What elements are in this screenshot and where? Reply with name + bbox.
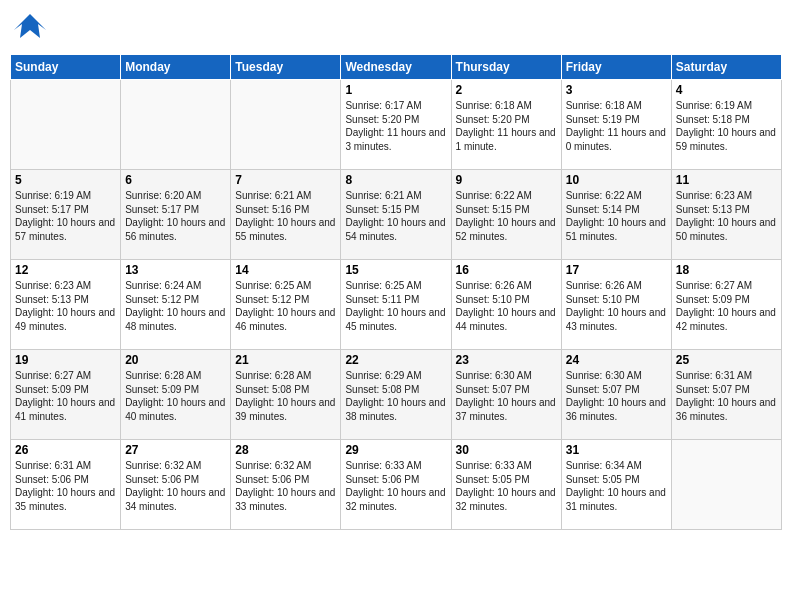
day-number: 17	[566, 263, 667, 277]
day-number: 20	[125, 353, 226, 367]
calendar-day-15: 15Sunrise: 6:25 AMSunset: 5:11 PMDayligh…	[341, 260, 451, 350]
calendar-day-11: 11Sunrise: 6:23 AMSunset: 5:13 PMDayligh…	[671, 170, 781, 260]
calendar-day-27: 27Sunrise: 6:32 AMSunset: 5:06 PMDayligh…	[121, 440, 231, 530]
day-number: 14	[235, 263, 336, 277]
day-number: 7	[235, 173, 336, 187]
day-number: 4	[676, 83, 777, 97]
calendar-week-row: 1Sunrise: 6:17 AMSunset: 5:20 PMDaylight…	[11, 80, 782, 170]
day-number: 25	[676, 353, 777, 367]
calendar-day-17: 17Sunrise: 6:26 AMSunset: 5:10 PMDayligh…	[561, 260, 671, 350]
calendar-day-16: 16Sunrise: 6:26 AMSunset: 5:10 PMDayligh…	[451, 260, 561, 350]
calendar-empty-cell	[231, 80, 341, 170]
calendar-header-row: SundayMondayTuesdayWednesdayThursdayFrid…	[11, 55, 782, 80]
day-info: Sunrise: 6:17 AMSunset: 5:20 PMDaylight:…	[345, 99, 446, 153]
calendar-day-19: 19Sunrise: 6:27 AMSunset: 5:09 PMDayligh…	[11, 350, 121, 440]
weekday-header-wednesday: Wednesday	[341, 55, 451, 80]
calendar-day-26: 26Sunrise: 6:31 AMSunset: 5:06 PMDayligh…	[11, 440, 121, 530]
day-number: 22	[345, 353, 446, 367]
day-number: 13	[125, 263, 226, 277]
calendar-day-8: 8Sunrise: 6:21 AMSunset: 5:15 PMDaylight…	[341, 170, 451, 260]
calendar-day-4: 4Sunrise: 6:19 AMSunset: 5:18 PMDaylight…	[671, 80, 781, 170]
calendar-week-row: 26Sunrise: 6:31 AMSunset: 5:06 PMDayligh…	[11, 440, 782, 530]
day-number: 24	[566, 353, 667, 367]
calendar-day-23: 23Sunrise: 6:30 AMSunset: 5:07 PMDayligh…	[451, 350, 561, 440]
weekday-header-monday: Monday	[121, 55, 231, 80]
day-info: Sunrise: 6:22 AMSunset: 5:14 PMDaylight:…	[566, 189, 667, 243]
weekday-header-sunday: Sunday	[11, 55, 121, 80]
calendar-day-14: 14Sunrise: 6:25 AMSunset: 5:12 PMDayligh…	[231, 260, 341, 350]
calendar-empty-cell	[11, 80, 121, 170]
day-info: Sunrise: 6:34 AMSunset: 5:05 PMDaylight:…	[566, 459, 667, 513]
calendar-day-20: 20Sunrise: 6:28 AMSunset: 5:09 PMDayligh…	[121, 350, 231, 440]
day-number: 9	[456, 173, 557, 187]
calendar-day-22: 22Sunrise: 6:29 AMSunset: 5:08 PMDayligh…	[341, 350, 451, 440]
page-header	[10, 10, 782, 46]
calendar-day-25: 25Sunrise: 6:31 AMSunset: 5:07 PMDayligh…	[671, 350, 781, 440]
calendar-day-31: 31Sunrise: 6:34 AMSunset: 5:05 PMDayligh…	[561, 440, 671, 530]
day-info: Sunrise: 6:31 AMSunset: 5:06 PMDaylight:…	[15, 459, 116, 513]
day-info: Sunrise: 6:18 AMSunset: 5:19 PMDaylight:…	[566, 99, 667, 153]
weekday-header-saturday: Saturday	[671, 55, 781, 80]
calendar-day-21: 21Sunrise: 6:28 AMSunset: 5:08 PMDayligh…	[231, 350, 341, 440]
day-info: Sunrise: 6:21 AMSunset: 5:15 PMDaylight:…	[345, 189, 446, 243]
day-number: 2	[456, 83, 557, 97]
calendar-day-13: 13Sunrise: 6:24 AMSunset: 5:12 PMDayligh…	[121, 260, 231, 350]
day-number: 6	[125, 173, 226, 187]
day-info: Sunrise: 6:22 AMSunset: 5:15 PMDaylight:…	[456, 189, 557, 243]
calendar-day-30: 30Sunrise: 6:33 AMSunset: 5:05 PMDayligh…	[451, 440, 561, 530]
calendar-day-29: 29Sunrise: 6:33 AMSunset: 5:06 PMDayligh…	[341, 440, 451, 530]
calendar-day-24: 24Sunrise: 6:30 AMSunset: 5:07 PMDayligh…	[561, 350, 671, 440]
day-info: Sunrise: 6:32 AMSunset: 5:06 PMDaylight:…	[125, 459, 226, 513]
day-info: Sunrise: 6:21 AMSunset: 5:16 PMDaylight:…	[235, 189, 336, 243]
day-number: 29	[345, 443, 446, 457]
day-number: 1	[345, 83, 446, 97]
calendar-empty-cell	[121, 80, 231, 170]
day-info: Sunrise: 6:32 AMSunset: 5:06 PMDaylight:…	[235, 459, 336, 513]
calendar-week-row: 12Sunrise: 6:23 AMSunset: 5:13 PMDayligh…	[11, 260, 782, 350]
calendar-day-12: 12Sunrise: 6:23 AMSunset: 5:13 PMDayligh…	[11, 260, 121, 350]
day-info: Sunrise: 6:23 AMSunset: 5:13 PMDaylight:…	[676, 189, 777, 243]
calendar-day-18: 18Sunrise: 6:27 AMSunset: 5:09 PMDayligh…	[671, 260, 781, 350]
calendar-day-2: 2Sunrise: 6:18 AMSunset: 5:20 PMDaylight…	[451, 80, 561, 170]
day-number: 10	[566, 173, 667, 187]
calendar-table: SundayMondayTuesdayWednesdayThursdayFrid…	[10, 54, 782, 530]
day-info: Sunrise: 6:26 AMSunset: 5:10 PMDaylight:…	[566, 279, 667, 333]
day-info: Sunrise: 6:24 AMSunset: 5:12 PMDaylight:…	[125, 279, 226, 333]
day-number: 18	[676, 263, 777, 277]
day-number: 16	[456, 263, 557, 277]
weekday-header-thursday: Thursday	[451, 55, 561, 80]
day-info: Sunrise: 6:31 AMSunset: 5:07 PMDaylight:…	[676, 369, 777, 423]
day-number: 8	[345, 173, 446, 187]
calendar-day-3: 3Sunrise: 6:18 AMSunset: 5:19 PMDaylight…	[561, 80, 671, 170]
day-info: Sunrise: 6:30 AMSunset: 5:07 PMDaylight:…	[456, 369, 557, 423]
calendar-day-9: 9Sunrise: 6:22 AMSunset: 5:15 PMDaylight…	[451, 170, 561, 260]
day-number: 26	[15, 443, 116, 457]
day-number: 15	[345, 263, 446, 277]
svg-marker-0	[14, 14, 46, 38]
logo	[10, 10, 48, 46]
day-number: 5	[15, 173, 116, 187]
day-info: Sunrise: 6:26 AMSunset: 5:10 PMDaylight:…	[456, 279, 557, 333]
day-number: 31	[566, 443, 667, 457]
day-info: Sunrise: 6:28 AMSunset: 5:09 PMDaylight:…	[125, 369, 226, 423]
day-number: 12	[15, 263, 116, 277]
day-number: 30	[456, 443, 557, 457]
day-info: Sunrise: 6:29 AMSunset: 5:08 PMDaylight:…	[345, 369, 446, 423]
day-info: Sunrise: 6:18 AMSunset: 5:20 PMDaylight:…	[456, 99, 557, 153]
calendar-empty-cell	[671, 440, 781, 530]
day-info: Sunrise: 6:30 AMSunset: 5:07 PMDaylight:…	[566, 369, 667, 423]
day-info: Sunrise: 6:25 AMSunset: 5:12 PMDaylight:…	[235, 279, 336, 333]
day-number: 21	[235, 353, 336, 367]
day-number: 3	[566, 83, 667, 97]
day-info: Sunrise: 6:27 AMSunset: 5:09 PMDaylight:…	[676, 279, 777, 333]
day-info: Sunrise: 6:27 AMSunset: 5:09 PMDaylight:…	[15, 369, 116, 423]
calendar-week-row: 5Sunrise: 6:19 AMSunset: 5:17 PMDaylight…	[11, 170, 782, 260]
calendar-day-7: 7Sunrise: 6:21 AMSunset: 5:16 PMDaylight…	[231, 170, 341, 260]
day-info: Sunrise: 6:23 AMSunset: 5:13 PMDaylight:…	[15, 279, 116, 333]
day-number: 23	[456, 353, 557, 367]
day-info: Sunrise: 6:33 AMSunset: 5:05 PMDaylight:…	[456, 459, 557, 513]
day-info: Sunrise: 6:33 AMSunset: 5:06 PMDaylight:…	[345, 459, 446, 513]
day-number: 19	[15, 353, 116, 367]
day-number: 11	[676, 173, 777, 187]
weekday-header-tuesday: Tuesday	[231, 55, 341, 80]
